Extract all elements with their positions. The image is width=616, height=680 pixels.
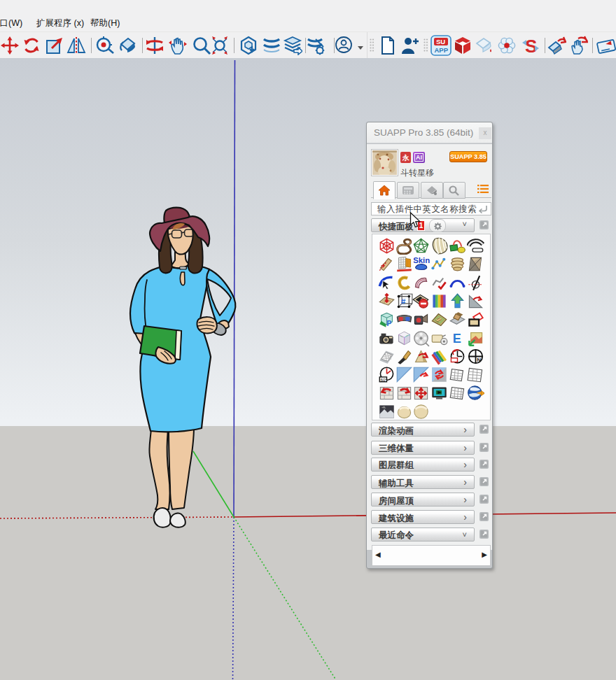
svg-text:P: P [386,320,391,327]
svg-text:S: S [525,36,537,55]
svg-text:SU: SU [436,38,445,45]
svg-text:E: E [453,332,461,346]
svg-text:#: # [401,297,406,306]
svg-text:Skin: Skin [413,257,430,265]
svg-text:60°: 60° [380,377,387,382]
svg-text:N: N [477,357,481,363]
svg-text:APP: APP [435,46,449,54]
